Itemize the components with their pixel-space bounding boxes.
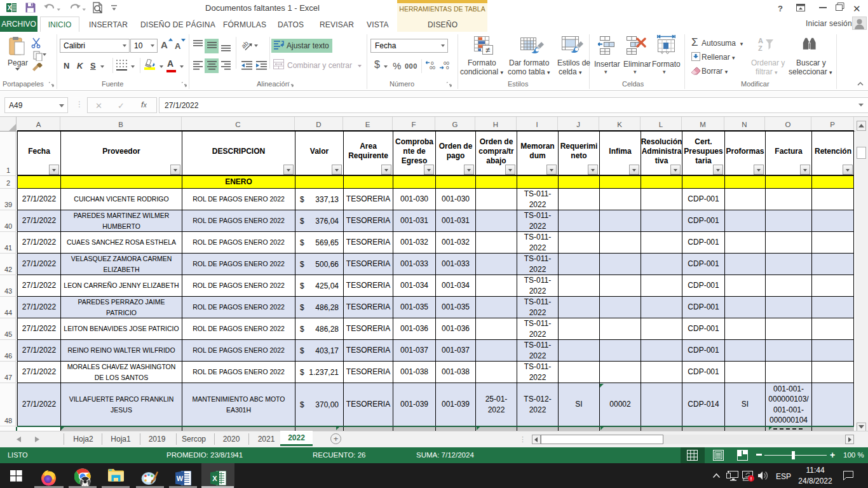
- svg-text:≠: ≠: [485, 45, 490, 55]
- svg-text:X: X: [212, 475, 217, 482]
- svg-text:Z: Z: [758, 44, 763, 52]
- svg-text:W: W: [177, 475, 184, 482]
- svg-text:X: X: [8, 4, 12, 11]
- svg-text:00: 00: [430, 65, 435, 70]
- svg-text:ab: ab: [241, 39, 250, 50]
- svg-text:A: A: [758, 37, 763, 44]
- svg-text:0: 0: [446, 65, 449, 70]
- svg-text:!: !: [750, 476, 752, 482]
